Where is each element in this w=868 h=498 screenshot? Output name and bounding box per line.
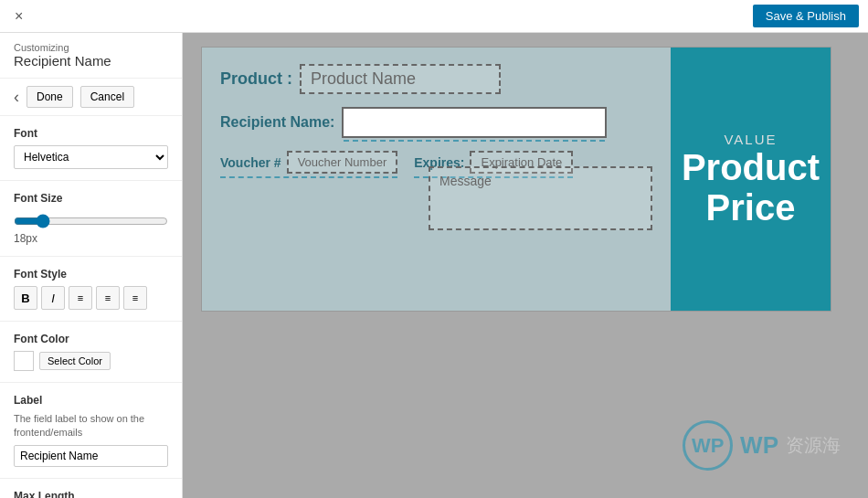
- customizing-label: Customizing: [14, 42, 168, 53]
- voucher-underline: [220, 176, 397, 178]
- font-style-section: Font Style B I ≡ ≡ ≡: [0, 257, 182, 322]
- wp-watermark: WP WP 资源海: [683, 420, 841, 471]
- recipient-label: Recipient Name:: [220, 114, 334, 131]
- font-color-row: Select Color: [14, 351, 168, 371]
- font-style-buttons: B I ≡ ≡ ≡: [14, 286, 168, 310]
- value-label: VALUE: [724, 132, 777, 147]
- max-length-label: Max Length: [14, 490, 168, 498]
- bold-button[interactable]: B: [14, 286, 37, 310]
- recipient-row: Recipient Name:: [220, 107, 652, 138]
- font-label: Font: [14, 127, 168, 140]
- select-color-button[interactable]: Select Color: [39, 352, 111, 370]
- product-label: Product :: [220, 69, 292, 89]
- font-size-section: Font Size 18px: [0, 181, 182, 257]
- font-color-section: Font Color Select Color: [0, 322, 182, 383]
- label-input[interactable]: [14, 445, 168, 467]
- top-bar-left: ×: [9, 6, 28, 26]
- font-size-slider[interactable]: [14, 214, 168, 228]
- close-button[interactable]: ×: [9, 6, 28, 26]
- voucher-left: Product : Product Name Recipient Name: V…: [202, 48, 671, 311]
- font-color-label: Font Color: [14, 333, 168, 345]
- main-layout: Customizing Recipient Name ‹ Done Cancel…: [0, 33, 868, 498]
- cancel-button[interactable]: Cancel: [80, 86, 134, 108]
- product-row: Product : Product Name: [220, 64, 652, 94]
- preview-area: Product : Product Name Recipient Name: V…: [183, 33, 868, 498]
- voucher-num-label: Voucher #: [220, 155, 281, 170]
- font-section: Font Helvetica Arial Georgia Times New R…: [0, 116, 182, 181]
- label-section: Label The field label to show on the fro…: [0, 383, 182, 479]
- voucher-number-box: Voucher Number: [287, 151, 398, 174]
- font-select[interactable]: Helvetica Arial Georgia Times New Roman …: [14, 145, 168, 169]
- product-name-box: Product Name: [300, 64, 501, 94]
- recipient-input-box[interactable]: [342, 107, 607, 138]
- align-center-button[interactable]: ≡: [96, 286, 120, 310]
- label-section-sublabel: The field label to show on the frontend/…: [14, 412, 168, 440]
- message-box: Message: [429, 166, 652, 230]
- color-swatch: [14, 351, 34, 371]
- max-length-section: Max Length The maximum number of charact…: [0, 479, 182, 498]
- sidebar-nav: ‹ Done Cancel: [0, 79, 182, 116]
- top-bar: × Save & Publish: [0, 0, 868, 33]
- product-price-label: ProductPrice: [682, 147, 820, 228]
- align-right-button[interactable]: ≡: [123, 286, 147, 310]
- voucher-num-group: Voucher # Voucher Number: [220, 151, 397, 178]
- done-button[interactable]: Done: [26, 86, 73, 108]
- align-left-button[interactable]: ≡: [69, 286, 92, 310]
- label-section-title: Label: [14, 394, 168, 407]
- sidebar-header: Customizing Recipient Name: [0, 33, 182, 79]
- save-publish-button[interactable]: Save & Publish: [753, 5, 859, 27]
- wp-subtitle-text: 资源海: [786, 433, 841, 458]
- font-size-label: Font Size: [14, 192, 168, 205]
- sidebar: Customizing Recipient Name ‹ Done Cancel…: [0, 33, 183, 498]
- sidebar-title: Recipient Name: [14, 53, 168, 69]
- voucher-right: VALUE ProductPrice: [671, 48, 831, 311]
- back-button[interactable]: ‹: [14, 88, 19, 107]
- italic-button[interactable]: I: [41, 286, 65, 310]
- font-style-label: Font Style: [14, 268, 168, 281]
- voucher-num-row: Voucher # Voucher Number: [220, 151, 397, 174]
- font-size-value: 18px: [14, 232, 168, 245]
- wp-brand-text: WP: [740, 431, 778, 460]
- wp-circle-icon: WP: [683, 420, 733, 471]
- voucher-card: Product : Product Name Recipient Name: V…: [201, 47, 831, 312]
